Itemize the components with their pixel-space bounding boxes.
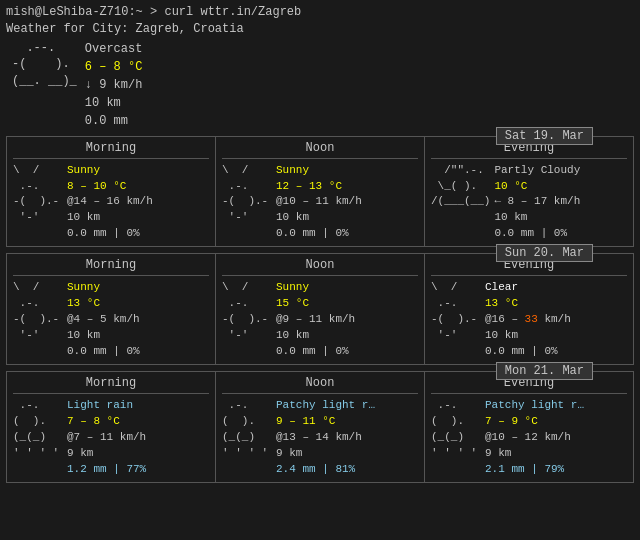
ascii-art-0-2: /"".-. \_( ). /(___(__) (431, 163, 490, 243)
day-section-2: Mon 21. MarMorning .-. ( ). (_(_) ' ' ' … (6, 371, 634, 483)
current-wind: ↓ 9 km/h (85, 76, 143, 94)
current-info: Overcast 6 – 8 °C ↓ 9 km/h 10 km 0.0 mm (85, 40, 143, 130)
weather-row-0-1: \ / .-. -( ).- '-' Sunny 12 – 13 °C @10 … (222, 163, 418, 243)
weather-info-1-2: Clear 13 °C @16 – 33 km/h 10 km 0.0 mm |… (485, 280, 571, 360)
time-cell-0-0: Morning\ / .-. -( ).- '-' Sunny 8 – 10 °… (7, 137, 216, 247)
days-container: Sat 19. MarMorning\ / .-. -( ).- '-' Sun… (6, 136, 634, 483)
weather-info-0-0: Sunny 8 – 10 °C @14 – 16 km/h 10 km 0.0 … (67, 163, 153, 243)
current-vis: 10 km (85, 94, 143, 112)
weather-info-0-1: Sunny 12 – 13 °C @10 – 11 km/h 10 km 0.0… (276, 163, 362, 243)
ascii-art-1-2: \ / .-. -( ).- '-' (431, 280, 481, 360)
terminal-header: mish@LeShiba-Z710:~ > curl wttr.in/Zagre… (6, 4, 634, 21)
time-header-1-0: Morning (13, 258, 209, 276)
time-cell-2-2: Evening .-. ( ). (_(_) ' ' ' 'Patchy lig… (425, 372, 633, 482)
time-cell-2-0: Morning .-. ( ). (_(_) ' ' ' 'Light rain… (7, 372, 216, 482)
weather-row-2-0: .-. ( ). (_(_) ' ' ' 'Light rain 7 – 8 °… (13, 398, 209, 478)
terminal: mish@LeShiba-Z710:~ > curl wttr.in/Zagre… (0, 0, 640, 493)
weather-row-1-1: \ / .-. -( ).- '-' Sunny 15 °C @9 – 11 k… (222, 280, 418, 360)
current-condition: Overcast (85, 40, 143, 58)
ascii-art-2-0: .-. ( ). (_(_) ' ' ' ' (13, 398, 63, 478)
current-rain: 0.0 mm (85, 112, 143, 130)
time-header-2-1: Noon (222, 376, 418, 394)
weather-row-2-1: .-. ( ). (_(_) ' ' ' 'Patchy light r… 9 … (222, 398, 418, 478)
time-header-1-1: Noon (222, 258, 418, 276)
time-header-0-0: Morning (13, 141, 209, 159)
ascii-art-1-1: \ / .-. -( ).- '-' (222, 280, 272, 360)
day-grid-2: Morning .-. ( ). (_(_) ' ' ' 'Light rain… (7, 372, 633, 482)
current-temp: 6 – 8 °C (85, 58, 143, 76)
ascii-art-2-1: .-. ( ). (_(_) ' ' ' ' (222, 398, 272, 478)
time-header-2-0: Morning (13, 376, 209, 394)
time-cell-0-1: Noon\ / .-. -( ).- '-' Sunny 12 – 13 °C … (216, 137, 425, 247)
prompt-text: mish@LeShiba-Z710:~ > curl wttr.in/Zagre… (6, 5, 301, 19)
time-cell-2-1: Noon .-. ( ). (_(_) ' ' ' 'Patchy light … (216, 372, 425, 482)
weather-row-0-0: \ / .-. -( ).- '-' Sunny 8 – 10 °C @14 –… (13, 163, 209, 243)
weather-info-1-0: Sunny 13 °C @4 – 5 km/h 10 km 0.0 mm | 0… (67, 280, 140, 360)
time-cell-1-1: Noon\ / .-. -( ).- '-' Sunny 15 °C @9 – … (216, 254, 425, 364)
day-section-0: Sat 19. MarMorning\ / .-. -( ).- '-' Sun… (6, 136, 634, 248)
weather-row-1-2: \ / .-. -( ).- '-' Clear 13 °C @16 – 33 … (431, 280, 627, 360)
day-label-1: Sun 20. Mar (496, 244, 593, 262)
day-label-2: Mon 21. Mar (496, 362, 593, 380)
time-header-0-1: Noon (222, 141, 418, 159)
weather-row-1-0: \ / .-. -( ).- '-' Sunny 13 °C @4 – 5 km… (13, 280, 209, 360)
ascii-art-0-0: \ / .-. -( ).- '-' (13, 163, 63, 243)
ascii-art-2-2: .-. ( ). (_(_) ' ' ' ' (431, 398, 481, 478)
weather-row-0-2: /"".-. \_( ). /(___(__) Partly Cloudy 10… (431, 163, 627, 243)
day-section-1: Sun 20. MarMorning\ / .-. -( ).- '-' Sun… (6, 253, 634, 365)
day-grid-1: Morning\ / .-. -( ).- '-' Sunny 13 °C @4… (7, 254, 633, 364)
weather-info-0-2: Partly Cloudy 10 °C ← 8 – 17 km/h 10 km … (494, 163, 580, 243)
day-grid-0: Morning\ / .-. -( ).- '-' Sunny 8 – 10 °… (7, 137, 633, 247)
current-weather: .--. -( ). (__. __)_ Overcast 6 – 8 °C ↓… (12, 40, 634, 130)
current-ascii-art: .--. -( ). (__. __)_ (12, 40, 77, 130)
ascii-art-0-1: \ / .-. -( ).- '-' (222, 163, 272, 243)
ascii-art-1-0: \ / .-. -( ).- '-' (13, 280, 63, 360)
weather-info-1-1: Sunny 15 °C @9 – 11 km/h 10 km 0.0 mm | … (276, 280, 355, 360)
weather-row-2-2: .-. ( ). (_(_) ' ' ' 'Patchy light r… 7 … (431, 398, 627, 478)
time-cell-1-0: Morning\ / .-. -( ).- '-' Sunny 13 °C @4… (7, 254, 216, 364)
weather-info-2-0: Light rain 7 – 8 °C @7 – 11 km/h 9 km 1.… (67, 398, 146, 478)
subtitle-text: Weather for City: Zagreb, Croatia (6, 21, 634, 38)
day-label-0: Sat 19. Mar (496, 127, 593, 145)
time-cell-0-2: Evening /"".-. \_( ). /(___(__) Partly C… (425, 137, 633, 247)
weather-info-2-2: Patchy light r… 7 – 9 °C @10 – 12 km/h 9… (485, 398, 584, 478)
weather-info-2-1: Patchy light r… 9 – 11 °C @13 – 14 km/h … (276, 398, 375, 478)
time-cell-1-2: Evening\ / .-. -( ).- '-' Clear 13 °C @1… (425, 254, 633, 364)
